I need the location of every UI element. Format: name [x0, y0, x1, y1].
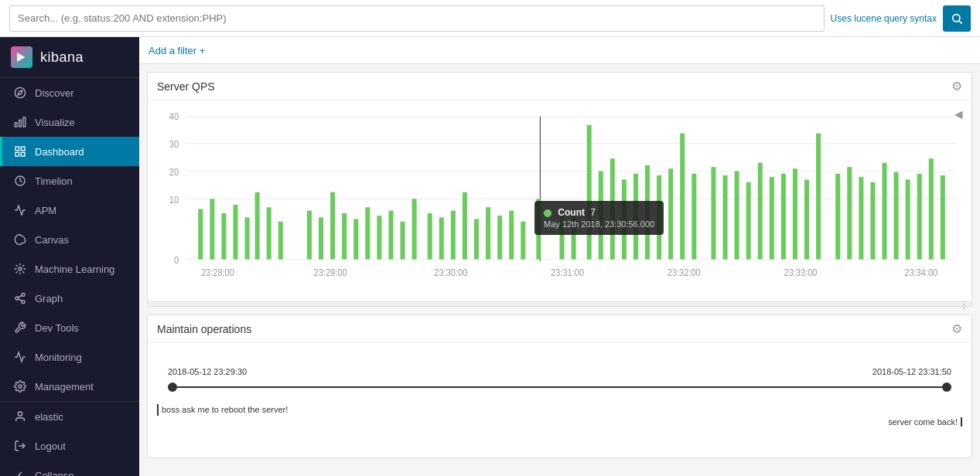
svg-rect-44	[353, 219, 358, 259]
timeline-container: boss ask me to reboot the server! server…	[148, 343, 971, 457]
sidebar-label-dev-tools: Dev Tools	[35, 322, 79, 334]
svg-text:23:29:00: 23:29:00	[314, 268, 347, 277]
panel-title-server-qps: Server QPS	[157, 80, 215, 93]
kibana-logo-icon	[11, 46, 32, 68]
svg-rect-69	[668, 168, 673, 259]
svg-rect-72	[711, 167, 715, 260]
svg-rect-5	[19, 120, 22, 127]
sidebar-item-logout[interactable]: Logout	[0, 431, 139, 461]
panels-area: Server QPS ⚙ 40 30 20	[139, 64, 980, 476]
panel-server-qps: Server QPS ⚙ 40 30 20	[147, 72, 972, 307]
lucene-syntax-link[interactable]: Uses lucene query syntax	[831, 13, 937, 24]
svg-rect-66	[633, 174, 638, 260]
sidebar-item-apm[interactable]: APM	[0, 196, 139, 225]
chart-collapse-button[interactable]: ◄	[951, 107, 965, 123]
svg-rect-60	[560, 213, 565, 260]
svg-text:23:34:00: 23:34:00	[904, 268, 937, 277]
sidebar-item-dashboard[interactable]: Dashboard	[0, 137, 139, 166]
sidebar-item-dev-tools[interactable]: Dev Tools	[0, 313, 139, 342]
sidebar-label-visualize: Visualize	[35, 117, 75, 128]
svg-rect-74	[735, 172, 739, 260]
timeline-dot-right[interactable]	[942, 382, 951, 392]
sidebar-item-collapse[interactable]: Collapse	[0, 461, 139, 476]
sidebar-label-logout: Logout	[35, 440, 66, 452]
svg-text:23:31:00: 23:31:00	[551, 268, 584, 277]
svg-rect-47	[388, 211, 393, 260]
panel-title-maintain-operations: Maintain operations	[157, 323, 251, 335]
sidebar-item-visualize[interactable]: Visualize	[0, 107, 139, 137]
svg-rect-89	[917, 174, 922, 260]
panel-header-server-qps: Server QPS ⚙	[148, 73, 971, 100]
app-title: kibana	[40, 49, 84, 66]
svg-rect-10	[21, 152, 25, 156]
chevron-left-icon	[13, 468, 27, 476]
sidebar-label-machine-learning: Machine Learning	[35, 264, 114, 275]
svg-point-19	[18, 412, 22, 416]
sidebar-item-graph[interactable]: Graph	[0, 284, 139, 313]
svg-rect-88	[906, 179, 910, 259]
ml-icon	[13, 262, 27, 276]
sidebar-label-monitoring: Monitoring	[35, 352, 82, 363]
sidebar-item-discover[interactable]: Discover	[0, 78, 139, 107]
svg-rect-40	[307, 211, 312, 260]
svg-point-18	[19, 385, 22, 388]
sidebar-item-machine-learning[interactable]: Machine Learning	[0, 254, 139, 284]
sidebar-logo: kibana	[0, 37, 139, 78]
svg-point-13	[22, 293, 25, 296]
timeline-label-left: 2018-05-12 23:29:30	[168, 366, 247, 377]
svg-rect-33	[210, 199, 214, 259]
filter-bar: Add a filter +	[139, 37, 980, 64]
sidebar: kibana Discover Visualize Dashboard Ti	[0, 37, 139, 476]
sidebar-item-timelion[interactable]: Timelion	[0, 166, 139, 196]
activity-icon	[13, 350, 27, 364]
svg-rect-41	[319, 217, 323, 259]
main-content: Add a filter + Server QPS ⚙	[139, 37, 980, 476]
svg-point-12	[19, 267, 22, 270]
timeline-annotation-left: boss ask me to reboot the server!	[157, 404, 288, 416]
search-input[interactable]	[9, 5, 825, 32]
timeline-annotation-right: server come back!	[888, 417, 962, 427]
sidebar-item-monitoring[interactable]: Monitoring	[0, 342, 139, 372]
sidebar-label-canvas: Canvas	[35, 234, 69, 246]
add-filter-button[interactable]: Add a filter +	[149, 45, 205, 56]
svg-rect-87	[894, 172, 899, 260]
svg-rect-61	[572, 209, 576, 259]
grid-icon	[13, 144, 27, 158]
svg-point-0	[953, 14, 960, 21]
svg-rect-56	[497, 216, 502, 260]
search-icon	[951, 12, 963, 25]
svg-rect-38	[267, 207, 271, 259]
gear-icon	[13, 379, 27, 393]
sidebar-item-elastic[interactable]: elastic	[0, 402, 139, 431]
panel-gear-server-qps[interactable]: ⚙	[951, 79, 962, 94]
sidebar-label-management: Management	[35, 381, 94, 393]
user-icon	[13, 410, 27, 423]
chart-container: 40 30 20 10 0	[148, 100, 971, 301]
svg-rect-58	[521, 222, 525, 260]
timeline-line: 2018-05-12 23:29:30 2018-05-12 23:31:50	[168, 386, 951, 388]
sidebar-item-canvas[interactable]: Canvas	[0, 225, 139, 254]
svg-point-14	[15, 297, 19, 300]
bar-chart-icon	[13, 115, 27, 129]
svg-rect-75	[746, 182, 751, 260]
timeline-dot-left[interactable]	[168, 382, 177, 392]
logout-icon	[13, 439, 27, 453]
svg-rect-49	[412, 199, 417, 259]
pulse-icon	[13, 203, 27, 217]
svg-rect-73	[723, 175, 728, 260]
svg-point-2	[15, 87, 25, 97]
sidebar-item-management[interactable]: Management	[0, 372, 139, 401]
main-layout: kibana Discover Visualize Dashboard Ti	[0, 37, 980, 476]
svg-text:20: 20	[169, 168, 179, 177]
svg-rect-7	[15, 147, 19, 151]
search-button[interactable]	[943, 5, 971, 32]
panel-gear-maintain-operations[interactable]: ⚙	[951, 321, 962, 336]
svg-rect-81	[816, 134, 821, 260]
sidebar-label-apm: APM	[35, 205, 56, 216]
sidebar-label-graph: Graph	[35, 293, 63, 304]
svg-rect-68	[657, 175, 661, 260]
svg-line-16	[19, 299, 22, 301]
search-container: Uses lucene query syntax	[9, 5, 971, 32]
svg-text:23:32:00: 23:32:00	[668, 268, 701, 277]
svg-rect-48	[401, 222, 405, 260]
